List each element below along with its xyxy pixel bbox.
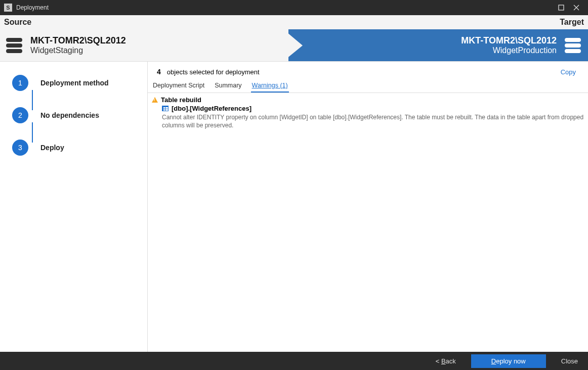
- main-area: 1 Deployment method 2 No dependencies 3 …: [0, 61, 588, 352]
- steps-sidebar: 1 Deployment method 2 No dependencies 3 …: [0, 62, 148, 352]
- tab-deployment-script[interactable]: Deployment Script: [152, 81, 205, 92]
- warning-icon: [152, 97, 158, 103]
- table-icon: [162, 106, 169, 111]
- warning-object: [dbo].[WidgetReferences]: [172, 105, 251, 112]
- step-number: 2: [12, 107, 28, 123]
- warning-heading: Table rebuild: [161, 96, 201, 104]
- step-label: Deployment method: [40, 79, 109, 87]
- content-panel: 4 objects selected for deployment Copy D…: [148, 62, 588, 352]
- source-server: MKT-TOMR2\SQL2012: [30, 35, 126, 46]
- deploy-now-button[interactable]: Deploy now: [471, 354, 546, 368]
- source-heading: Source: [4, 18, 31, 27]
- back-button[interactable]: < Back: [436, 357, 456, 365]
- footer: < Back Deploy now Close: [0, 352, 588, 370]
- warnings-section: Table rebuild [dbo].[WidgetReferences] C…: [148, 93, 588, 132]
- maximize-icon: [558, 5, 564, 11]
- step-connector: [32, 122, 33, 143]
- arrow-divider: [283, 29, 303, 61]
- titlebar: S Deployment: [0, 0, 588, 15]
- maximize-button[interactable]: [554, 0, 569, 15]
- header-labels: Source Target: [0, 15, 588, 29]
- target-server: MKT-TOMR2\SQL2012: [461, 35, 557, 46]
- step-connector: [32, 90, 33, 110]
- warning-heading-row: Table rebuild: [152, 96, 584, 104]
- tabs: Deployment Script Summary Warnings (1): [148, 79, 588, 93]
- close-icon: [573, 5, 579, 11]
- step-label: No dependencies: [40, 111, 99, 119]
- source-database: WidgetStaging: [30, 46, 126, 55]
- target-panel: MKT-TOMR2\SQL2012 WidgetProduction: [288, 29, 588, 61]
- close-button[interactable]: [569, 0, 584, 15]
- warning-item: [dbo].[WidgetReferences] Cannot alter ID…: [152, 105, 584, 129]
- warning-message: Cannot alter IDENTITY property on column…: [162, 113, 584, 129]
- source-target-banner: MKT-TOMR2\SQL2012 WidgetProduction MKT-T…: [0, 29, 588, 61]
- step-label: Deploy: [40, 144, 64, 152]
- source-panel: MKT-TOMR2\SQL2012 WidgetStaging: [0, 29, 288, 61]
- tab-warnings[interactable]: Warnings (1): [251, 81, 289, 92]
- close-footer-button[interactable]: Close: [561, 357, 578, 365]
- selected-count: 4: [157, 68, 161, 76]
- step-deployment-method[interactable]: 1 Deployment method: [12, 75, 147, 91]
- svg-rect-0: [559, 5, 564, 10]
- target-database: WidgetProduction: [461, 46, 557, 55]
- step-number: 3: [12, 140, 28, 156]
- tab-summary[interactable]: Summary: [214, 81, 242, 92]
- window-title: Deployment: [16, 4, 554, 11]
- step-number: 1: [12, 75, 28, 91]
- database-icon: [6, 38, 22, 53]
- app-icon: S: [4, 4, 12, 12]
- content-header: 4 objects selected for deployment Copy: [148, 62, 588, 78]
- copy-link[interactable]: Copy: [561, 68, 576, 76]
- database-icon: [565, 38, 581, 53]
- target-heading: Target: [560, 18, 584, 27]
- selected-text: objects selected for deployment: [167, 68, 561, 76]
